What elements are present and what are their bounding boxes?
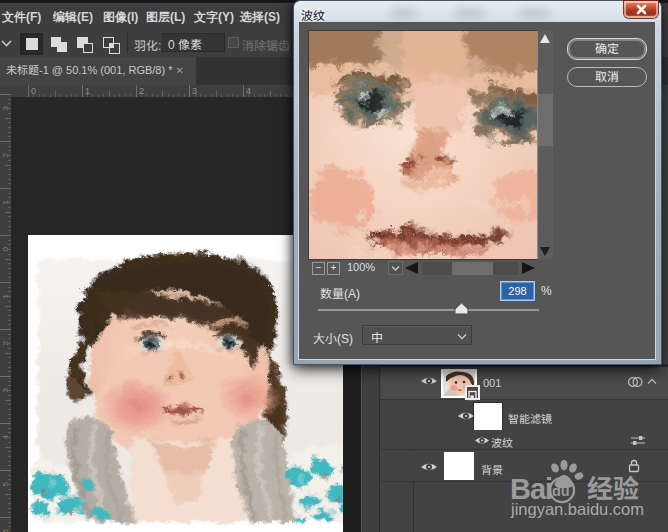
svg-text:jingyan.baidu.com: jingyan.baidu.com (510, 500, 644, 518)
svg-text:du: du (552, 483, 570, 499)
